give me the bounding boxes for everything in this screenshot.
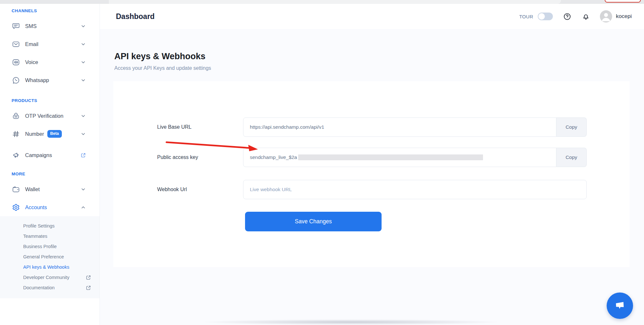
sms-icon	[12, 22, 20, 30]
live-base-url-row: Live Base URL Copy	[113, 117, 587, 137]
lock-icon	[12, 112, 20, 120]
help-icon[interactable]	[563, 12, 572, 21]
sidebar-item-sms[interactable]: SMS	[0, 17, 99, 35]
sidebar-item-label: SMS	[25, 23, 80, 29]
sidebar-item-label: Voice	[25, 59, 80, 65]
sidebar-item-label: Accounts	[25, 204, 80, 210]
page-title: API keys & Webhooks	[114, 51, 644, 61]
public-access-key-field[interactable]: sendchamp_live_$2a	[243, 148, 556, 167]
api-keys-card: Live Base URL Copy Public access key sen…	[113, 81, 630, 267]
username: kocepi	[616, 13, 632, 20]
recording-indicator	[605, 0, 641, 3]
beta-badge: Beta	[47, 130, 62, 138]
page-subtitle: Access your API Keys and update settings	[114, 65, 644, 71]
submenu-item-teammates[interactable]: Teammates	[0, 231, 99, 241]
save-changes-button[interactable]: Save Changes	[245, 212, 382, 231]
webhook-url-field[interactable]	[243, 180, 587, 199]
submenu-item-general-preference[interactable]: General Preference	[0, 252, 99, 262]
external-link-icon	[85, 285, 91, 291]
avatar[interactable]	[600, 10, 612, 23]
wallet-icon	[12, 185, 20, 193]
public-access-key-row: Public access key sendchamp_live_$2a Cop…	[113, 148, 587, 167]
browser-tab-edge	[109, 0, 561, 4]
sidebar-item-accounts[interactable]: Accounts	[0, 198, 99, 216]
sidebar-item-label: Email	[25, 41, 80, 47]
chevron-down-icon	[80, 113, 86, 119]
section-label-products: PRODUCTS	[12, 98, 99, 103]
notifications-bell-icon[interactable]	[582, 12, 590, 21]
external-link-icon	[85, 274, 91, 280]
app-screen: CHANNELS SMS Email Voice	[0, 0, 644, 325]
sidebar-item-whatsapp[interactable]: Whatsapp	[0, 71, 99, 89]
redacted-key-block	[298, 154, 483, 160]
webhook-url-input[interactable]	[250, 187, 580, 192]
chevron-down-icon	[80, 23, 86, 29]
section-label-channels: CHANNELS	[12, 8, 99, 13]
tour-toggle[interactable]	[538, 13, 553, 20]
sidebar-item-voice[interactable]: Voice	[0, 53, 99, 71]
public-access-key-label: Public access key	[113, 154, 243, 160]
submenu-item-business-profile[interactable]: Business Profile	[0, 241, 99, 252]
page-header-title: Dashboard	[116, 12, 155, 21]
submenu-item-profile-settings[interactable]: Profile Settings	[0, 221, 99, 231]
chevron-down-icon	[80, 186, 86, 192]
top-header: Dashboard TOUR kocepi	[100, 4, 644, 29]
sidebar-item-label: Wallet	[25, 186, 80, 192]
voice-icon	[12, 58, 20, 66]
chevron-down-icon	[80, 59, 86, 65]
sidebar-item-label: OTP Verification	[25, 113, 80, 119]
chat-launcher-button[interactable]	[607, 292, 633, 319]
sidebar-item-number[interactable]: NumberBeta	[0, 125, 99, 143]
gear-icon	[12, 203, 20, 211]
toggle-knob	[538, 13, 545, 20]
sidebar-item-label: Whatsapp	[25, 77, 80, 83]
chevron-up-icon	[80, 204, 86, 210]
sidebar-item-wallet[interactable]: Wallet	[0, 180, 99, 198]
submenu-item-api-keys-webhooks[interactable]: API keys & Webhooks	[0, 262, 99, 272]
submenu-item-developer-community[interactable]: Developer Community	[0, 272, 99, 283]
sidebar-item-otp-verification[interactable]: OTP Verification	[0, 107, 99, 125]
chevron-down-icon	[80, 131, 86, 137]
browser-chrome-strip	[0, 0, 644, 4]
copy-live-base-url-button[interactable]: Copy	[556, 117, 587, 137]
sidebar: CHANNELS SMS Email Voice	[0, 4, 100, 325]
chevron-down-icon	[80, 77, 86, 83]
live-base-url-input[interactable]	[250, 124, 550, 130]
accounts-submenu: Profile Settings Teammates Business Prof…	[0, 216, 99, 298]
webhook-url-row: Webhook Url	[113, 180, 587, 199]
whatsapp-icon	[12, 76, 20, 84]
sidebar-item-label: Campaigns	[25, 152, 80, 158]
sidebar-item-email[interactable]: Email	[0, 35, 99, 53]
megaphone-icon	[12, 151, 20, 159]
live-base-url-label: Live Base URL	[113, 124, 243, 130]
sidebar-item-campaigns[interactable]: Campaigns	[0, 146, 99, 164]
tour-label: TOUR	[519, 14, 533, 19]
email-icon	[12, 40, 20, 48]
main-content: API keys & Webhooks Access your API Keys…	[100, 29, 644, 325]
live-base-url-field[interactable]	[243, 117, 556, 137]
webhook-url-label: Webhook Url	[113, 187, 243, 192]
submenu-item-documentation[interactable]: Documentation	[0, 283, 99, 293]
sidebar-item-label: NumberBeta	[25, 130, 80, 138]
public-access-key-value: sendchamp_live_$2a	[250, 154, 297, 160]
section-label-more: MORE	[12, 172, 99, 176]
external-link-icon	[80, 152, 86, 158]
header-controls: TOUR kocepi	[519, 10, 632, 23]
copy-public-access-key-button[interactable]: Copy	[556, 148, 587, 167]
hash-icon	[12, 130, 20, 138]
chevron-down-icon	[80, 41, 86, 47]
